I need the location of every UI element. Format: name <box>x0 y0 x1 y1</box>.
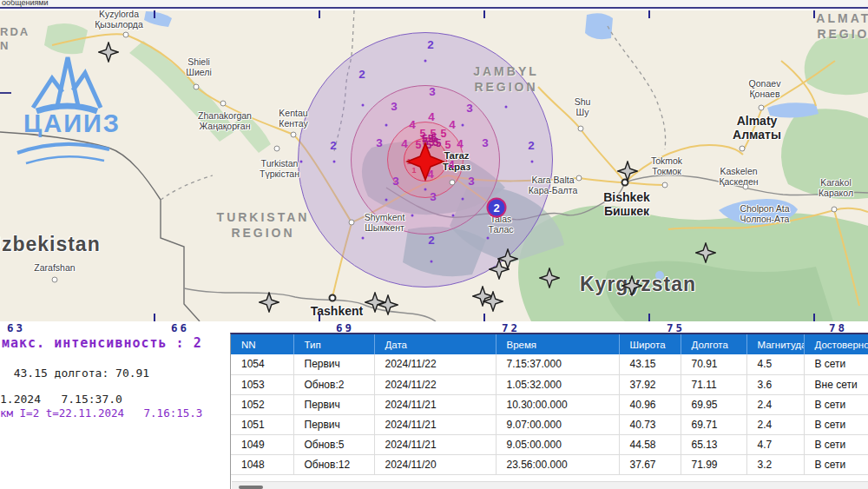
table-cell[interactable]: 3.6 <box>746 374 804 394</box>
table-cell[interactable]: В сети <box>804 354 868 374</box>
table-cell[interactable]: 40.96 <box>619 394 681 414</box>
table-cell[interactable]: 65.13 <box>681 434 746 454</box>
longitude-tick <box>648 10 650 18</box>
table-cell[interactable]: 2.4 <box>746 394 804 414</box>
column-header-2[interactable]: Дата <box>374 334 496 354</box>
table-cell[interactable]: 2024/11/20 <box>374 454 496 474</box>
column-header-5[interactable]: Долгота <box>681 334 746 354</box>
column-header-4[interactable]: Широта <box>619 334 681 354</box>
table-cell[interactable]: 37.67 <box>619 454 681 474</box>
column-header-0[interactable]: NN <box>231 334 293 354</box>
max-intensity-text: макс. интенсивность : 2 <box>2 335 202 351</box>
table-cell[interactable]: Обнов:5 <box>293 434 374 454</box>
table-cell[interactable]: В сети <box>804 414 868 434</box>
table-cell[interactable]: В сети <box>804 434 868 454</box>
table-cell[interactable]: 1051 <box>231 414 293 434</box>
column-header-7[interactable]: Достоверность <box>804 334 868 354</box>
table-cell[interactable]: Обнов:2 <box>293 374 374 394</box>
table-hscrollbar-thumb[interactable] <box>239 486 263 489</box>
table-row[interactable]: 1052Первич2024/11/2110.30:00.00040.9669.… <box>231 394 868 414</box>
table-cell[interactable]: 2024/11/22 <box>374 374 496 394</box>
grid-dot <box>487 237 490 240</box>
table-cell[interactable]: 1048 <box>231 454 293 474</box>
grid-dot <box>462 124 464 127</box>
table-cell[interactable]: Первич <box>293 414 374 434</box>
longitude-tick <box>154 314 155 321</box>
table-cell[interactable]: Вне сети <box>804 374 868 394</box>
longitude-tick <box>319 314 320 321</box>
city-marker-icon <box>621 179 629 187</box>
city-marker-icon <box>576 175 582 182</box>
longitude-axis: 636669727578 <box>0 321 868 333</box>
menu-item-messages[interactable]: ообщениями <box>2 0 49 7</box>
table-cell[interactable]: 2024/11/21 <box>374 394 496 414</box>
longitude-tick <box>154 10 155 18</box>
column-header-1[interactable]: Тип <box>293 334 374 354</box>
grid-dot <box>362 104 365 107</box>
menu-bar: ообщениями <box>0 0 868 9</box>
table-cell[interactable]: Обнов:12 <box>293 454 374 474</box>
city-marker-icon <box>123 32 129 38</box>
table-cell[interactable]: 3.2 <box>746 454 804 474</box>
events-table: NNТипДатаВремяШиротаДолготаМагнитудаДост… <box>231 334 868 475</box>
epicenter-star-icon <box>405 142 445 182</box>
table-cell[interactable]: 70.91 <box>681 354 746 374</box>
region-label-partial: N <box>0 39 10 52</box>
table-cell[interactable]: 2024/11/22 <box>374 354 496 374</box>
table-cell[interactable]: 9.07:00.000 <box>496 414 619 434</box>
table-cell[interactable]: 10.30:00.000 <box>496 394 619 414</box>
longitude-tick <box>319 10 320 18</box>
table-cell[interactable]: 71.99 <box>681 454 746 474</box>
table-cell[interactable]: 1052 <box>231 394 293 414</box>
table-row[interactable]: 1053Обнов:22024/11/221.05:32.00037.9271.… <box>231 374 868 394</box>
table-cell[interactable]: 7.15:37.000 <box>496 354 619 374</box>
city-marker-icon <box>450 180 456 186</box>
table-cell[interactable]: 1.05:32.000 <box>496 374 619 394</box>
grid-dot <box>385 124 388 127</box>
grid-dot <box>300 161 303 163</box>
longitude-tick <box>483 314 485 321</box>
grid-dot <box>424 60 427 63</box>
longitude-tick <box>483 10 485 18</box>
grid-dot <box>505 106 508 109</box>
table-cell[interactable]: 69.71 <box>681 414 746 434</box>
table-cell[interactable]: 2024/11/21 <box>374 414 496 434</box>
table-row[interactable]: 1049Обнов:52024/11/219.05:00.00044.5865.… <box>231 434 868 454</box>
table-cell[interactable]: 4.7 <box>746 434 804 454</box>
table-cell[interactable]: 69.95 <box>681 394 746 414</box>
felt-report-marker[interactable]: 2 <box>487 198 507 218</box>
grid-dot <box>431 261 433 263</box>
table-header-row: NNТипДатаВремяШиротаДолготаМагнитудаДост… <box>231 334 868 354</box>
table-cell[interactable]: Первич <box>293 394 374 414</box>
table-cell[interactable]: 1054 <box>231 354 293 374</box>
table-hscrollbar[interactable] <box>232 481 868 489</box>
table-cell[interactable]: 44.58 <box>619 434 681 454</box>
table-cell[interactable]: 4.5 <box>746 354 804 374</box>
table-row[interactable]: 1054Первич2024/11/227.15:37.00043.1570.9… <box>231 354 868 374</box>
table-row[interactable]: 1051Первич2024/11/219.07:00.00040.7369.7… <box>231 414 868 434</box>
city-marker-icon <box>759 105 765 111</box>
table-cell[interactable]: Первич <box>293 354 374 374</box>
table-cell[interactable]: 1049 <box>231 434 293 454</box>
column-header-6[interactable]: Магнитуда <box>746 334 804 354</box>
table-cell[interactable]: В сети <box>804 454 868 474</box>
city-marker-icon <box>349 220 355 226</box>
table-cell[interactable]: 37.92 <box>619 374 681 394</box>
table-cell[interactable]: 1053 <box>231 374 293 394</box>
region-label-partial: RDA <box>0 25 30 38</box>
city-marker-icon <box>329 294 337 302</box>
column-header-3[interactable]: Время <box>496 334 619 354</box>
city-marker-icon <box>194 84 200 90</box>
table-cell[interactable]: В сети <box>804 394 868 414</box>
coordinates-text: 43.15 долгота: 70.91 <box>0 367 149 380</box>
table-cell[interactable]: 2024/11/21 <box>374 434 496 454</box>
map-canvas[interactable]: JAMBYLREGIONTURKISTANREGIONALMATYREGIONR… <box>0 10 868 321</box>
table-cell[interactable]: 40.73 <box>619 414 681 434</box>
table-cell[interactable]: 23.56:00.000 <box>496 454 619 474</box>
table-cell[interactable]: 43.15 <box>619 354 681 374</box>
table-cell[interactable]: 9.05:00.000 <box>496 434 619 454</box>
city-marker-icon <box>740 146 746 152</box>
table-cell[interactable]: 71.11 <box>681 374 746 394</box>
table-row[interactable]: 1048Обнов:122024/11/2023.56:00.00037.677… <box>231 454 868 474</box>
table-cell[interactable]: 2.4 <box>746 414 804 434</box>
